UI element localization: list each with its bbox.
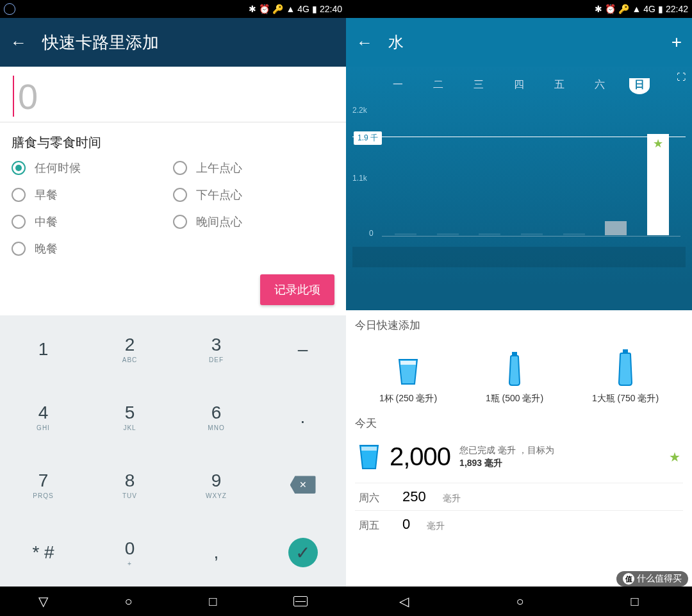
history-unit: 毫升 — [443, 493, 461, 504]
network-label: 4G — [643, 4, 655, 14]
history-day: 周六 — [359, 492, 386, 505]
android-navbar: ▽ ○ □ — [0, 587, 346, 616]
wifi-icon: ▲ — [632, 4, 641, 14]
chart-bar[interactable] — [647, 134, 669, 235]
day-tab-6[interactable]: 日 — [629, 78, 650, 94]
enter-icon: ✓ — [288, 538, 318, 567]
day-tab-0[interactable]: 一 — [388, 78, 408, 94]
key-backspace[interactable]: ✕ — [260, 451, 346, 519]
status-bar: ✱ ⏰ 🔑 ▲ 4G ▮ 22:42 — [346, 0, 692, 18]
key-.[interactable]: . — [260, 383, 346, 451]
radio-icon — [173, 161, 187, 175]
radio-6[interactable]: 晚餐 — [12, 241, 173, 256]
key-enter[interactable]: ✓ — [260, 519, 346, 587]
fullscreen-icon[interactable]: ⛶ — [677, 72, 686, 82]
history-value: 0 — [402, 516, 410, 533]
key-icon: 🔑 — [272, 4, 283, 14]
keyboard-icon[interactable] — [293, 596, 308, 606]
today-label: 今天 — [355, 416, 683, 431]
history-value: 250 — [402, 488, 426, 505]
numeric-keypad: 12ABC3DEF–4GHI5JKL6MNO.7PRQS8TUV9WXYZ✕* … — [0, 315, 346, 587]
backspace-icon: ✕ — [290, 476, 316, 494]
radio-icon — [12, 215, 26, 229]
back-button[interactable]: ← — [10, 33, 27, 53]
page-title: 水 — [388, 32, 404, 53]
key-7[interactable]: 7PRQS — [0, 451, 86, 519]
radio-label: 晚间点心 — [196, 214, 242, 229]
chart-bar[interactable] — [395, 233, 416, 235]
cup-icon — [395, 356, 421, 387]
chart-bar[interactable] — [437, 233, 459, 235]
day-tab-5[interactable]: 六 — [589, 78, 610, 94]
nav-recent[interactable]: □ — [630, 594, 638, 609]
key-0[interactable]: 0+ — [86, 519, 173, 587]
nav-home[interactable]: ○ — [125, 594, 133, 609]
nav-back[interactable]: ◁ — [399, 594, 409, 609]
goal-star-icon: ★ — [669, 449, 680, 465]
history-row[interactable]: 周五0毫升 — [355, 510, 683, 538]
y-axis-label: 1.1k — [352, 174, 367, 183]
day-tab-2[interactable]: 三 — [468, 78, 489, 94]
bigbottle-icon — [615, 348, 636, 387]
android-navbar: ◁ ○ □ — [346, 587, 692, 616]
svg-rect-3 — [361, 447, 377, 451]
key-8[interactable]: 8TUV — [86, 451, 173, 519]
chart-bar[interactable] — [605, 221, 627, 235]
nav-back[interactable]: ▽ — [38, 594, 48, 609]
day-tab-1[interactable]: 二 — [428, 78, 449, 94]
alarm-icon: ⏰ — [605, 4, 616, 14]
radio-icon — [12, 188, 26, 202]
quick-add-bigbottle[interactable]: 1大瓶 (750 毫升) — [592, 348, 659, 404]
network-label: 4G — [297, 4, 309, 14]
water-chart: ⛶ 一二三四五六日 2.2k 1.1k 0 1.9 千 — [346, 67, 692, 310]
day-tab-3[interactable]: 四 — [509, 78, 529, 94]
page-title: 快速卡路里添加 — [42, 31, 159, 54]
calorie-input[interactable] — [13, 76, 333, 117]
today-summary[interactable]: 2,000 您已完成 毫升 ，目标为 1,893 毫升 ★ — [355, 437, 683, 476]
radio-0[interactable]: 任何时候 — [12, 160, 173, 176]
key-1[interactable]: 1 — [0, 315, 86, 383]
key-–[interactable]: – — [260, 315, 346, 383]
chart-bar[interactable] — [479, 233, 500, 235]
radio-label: 中餐 — [35, 214, 58, 229]
quick-add-cup[interactable]: 1杯 (250 毫升) — [379, 356, 437, 404]
status-bar: ✱ ⏰ 🔑 ▲ 4G ▮ 22:40 — [0, 0, 346, 18]
radio-2[interactable]: 早餐 — [12, 187, 173, 203]
key-6[interactable]: 6MNO — [173, 383, 260, 451]
add-button[interactable]: + — [671, 32, 682, 53]
key-,[interactable]: , — [173, 519, 260, 587]
key-icon: 🔑 — [618, 4, 629, 14]
svg-rect-0 — [400, 361, 416, 365]
qq-icon — [4, 3, 15, 15]
nav-home[interactable]: ○ — [516, 594, 523, 609]
radio-4[interactable]: 中餐 — [12, 214, 173, 229]
bluetooth-icon: ✱ — [249, 4, 256, 14]
clock: 22:40 — [320, 4, 342, 14]
y-axis-label: 0 — [369, 229, 374, 238]
bottle-icon — [506, 351, 523, 387]
key-9[interactable]: 9WXYZ — [173, 451, 260, 519]
chart-bar[interactable] — [563, 233, 585, 235]
app-bar: ← 水 + — [346, 18, 692, 67]
bluetooth-icon: ✱ — [595, 4, 602, 14]
radio-1[interactable]: 上午点心 — [173, 160, 334, 176]
chart-bar[interactable] — [521, 233, 543, 235]
key-5[interactable]: 5JKL — [86, 383, 173, 451]
back-button[interactable]: ← — [356, 33, 373, 53]
history-row[interactable]: 周六250毫升 — [355, 483, 683, 510]
key-2[interactable]: 2ABC — [86, 315, 173, 383]
radio-5[interactable]: 晚间点心 — [173, 214, 334, 229]
key-* #[interactable]: * # — [0, 519, 86, 587]
nav-recent[interactable]: □ — [209, 594, 217, 609]
key-4[interactable]: 4GHI — [0, 383, 86, 451]
y-axis-label: 2.2k — [352, 106, 367, 115]
today-value: 2,000 — [390, 442, 450, 471]
record-button[interactable]: 记录此项 — [260, 274, 334, 305]
quick-add-bottle[interactable]: 1瓶 (500 毫升) — [486, 351, 543, 404]
radio-icon — [12, 161, 26, 175]
key-3[interactable]: 3DEF — [173, 315, 260, 383]
radio-3[interactable]: 下午点心 — [173, 187, 334, 203]
radio-label: 上午点心 — [196, 160, 242, 176]
day-tab-4[interactable]: 五 — [549, 78, 570, 94]
radio-icon — [173, 188, 187, 202]
